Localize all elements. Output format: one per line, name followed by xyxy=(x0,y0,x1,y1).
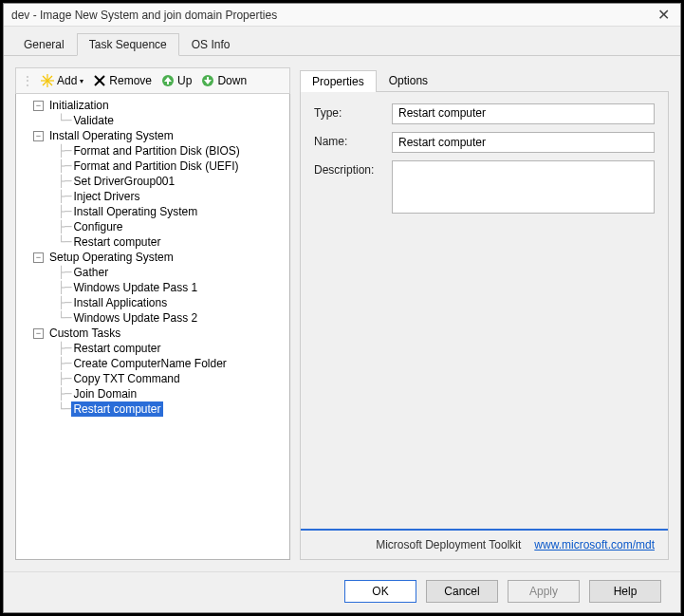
detail-tabs: PropertiesOptions xyxy=(300,69,669,92)
toolbar: ⋮ Add ▾ Remove xyxy=(15,67,290,94)
tree-group[interactable]: −Initialization xyxy=(18,98,287,113)
task-sequence-tree[interactable]: −Initialization└─ Validate−Install Opera… xyxy=(15,94,290,560)
tree-item-label: Restart computer xyxy=(71,341,162,356)
main-tabs: GeneralTask SequenceOS Info xyxy=(4,27,680,56)
remove-icon xyxy=(93,74,106,87)
tree-item-label: Join Domain xyxy=(71,386,139,401)
tree-item-label: Gather xyxy=(71,265,110,280)
ok-button[interactable]: OK xyxy=(344,580,416,603)
cancel-button[interactable]: Cancel xyxy=(426,580,498,603)
left-pane: ⋮ Add ▾ Remove xyxy=(15,67,290,560)
tree-item[interactable]: ├─ Copy TXT Command xyxy=(18,371,287,386)
properties-form: Type: Restart computer Name: Description… xyxy=(301,92,668,225)
main-tab-general[interactable]: General xyxy=(11,33,77,56)
apply-button: Apply xyxy=(508,580,580,603)
tree-item[interactable]: ├─ Restart computer xyxy=(18,341,287,356)
collapse-icon[interactable]: − xyxy=(33,328,44,339)
tree-item-label: Restart computer xyxy=(71,401,162,417)
tree-item[interactable]: ├─ Set DriverGroup001 xyxy=(18,174,287,189)
description-label: Description: xyxy=(314,160,384,177)
tree-item[interactable]: ├─ Gather xyxy=(18,265,287,280)
down-button[interactable]: Down xyxy=(199,72,249,89)
type-label: Type: xyxy=(314,103,384,120)
tree-item-label: Validate xyxy=(71,113,115,128)
right-pane: PropertiesOptions Type: Restart computer… xyxy=(300,67,669,560)
tree-item-label: Restart computer xyxy=(71,234,162,250)
window-title: dev - Image New System and join domain P… xyxy=(11,9,654,22)
tree-item[interactable]: ├─ Configure xyxy=(18,219,287,234)
titlebar: dev - Image New System and join domain P… xyxy=(4,4,680,27)
tree-item-label: Format and Partition Disk (BIOS) xyxy=(71,143,241,159)
add-button[interactable]: Add ▾ xyxy=(39,72,85,89)
tree-item-label: Inject Drivers xyxy=(71,189,141,204)
up-button[interactable]: Up xyxy=(159,72,194,89)
collapse-icon[interactable]: − xyxy=(33,252,44,263)
tree-item[interactable]: └─ Restart computer xyxy=(18,234,287,250)
tree-group-label: Custom Tasks xyxy=(47,326,122,341)
tree-item[interactable]: └─ Windows Update Pass 2 xyxy=(18,310,287,326)
tree-group-label: Initialization xyxy=(47,98,111,113)
tree-item-label: Windows Update Pass 1 xyxy=(71,280,199,295)
tree-group[interactable]: −Setup Operating System xyxy=(18,250,287,265)
tree-item-label: Configure xyxy=(71,219,124,234)
content: ⋮ Add ▾ Remove xyxy=(4,56,680,571)
detail-tab-options[interactable]: Options xyxy=(377,69,440,91)
properties-panel: Type: Restart computer Name: Description… xyxy=(300,92,669,560)
type-field: Restart computer xyxy=(392,103,655,124)
up-icon xyxy=(161,74,175,87)
tree-group[interactable]: −Custom Tasks xyxy=(18,326,287,341)
tree-item-label: Install Operating System xyxy=(71,204,199,219)
tree-item[interactable]: ├─ Create ComputerName Folder xyxy=(18,356,287,371)
dialog-buttons: OK Cancel Apply Help xyxy=(4,571,680,612)
description-field[interactable] xyxy=(392,160,655,214)
add-icon xyxy=(41,74,54,87)
down-icon xyxy=(201,74,214,87)
tree-item[interactable]: ├─ Format and Partition Disk (UEFI) xyxy=(18,159,287,174)
name-label: Name: xyxy=(314,132,384,148)
window: dev - Image New System and join domain P… xyxy=(3,3,681,613)
tree-item-label: Format and Partition Disk (UEFI) xyxy=(71,159,240,174)
tree-item[interactable]: └─ Validate xyxy=(18,113,287,128)
tree-item-label: Windows Update Pass 2 xyxy=(71,310,199,326)
tree-item[interactable]: └─ Restart computer xyxy=(18,401,287,417)
brand-footer: Microsoft Deployment Toolkit www.microso… xyxy=(301,534,668,559)
tree-item-label: Install Applications xyxy=(71,295,169,310)
tree-item-label: Create ComputerName Folder xyxy=(71,356,228,371)
tree-item[interactable]: ├─ Inject Drivers xyxy=(18,189,287,204)
tree-item[interactable]: ├─ Format and Partition Disk (BIOS) xyxy=(18,143,287,159)
collapse-icon[interactable]: − xyxy=(33,131,44,141)
remove-button[interactable]: Remove xyxy=(91,72,154,89)
tree-item-label: Set DriverGroup001 xyxy=(71,174,176,189)
collapse-icon[interactable]: − xyxy=(33,101,44,111)
tree-group-label: Install Operating System xyxy=(47,128,176,143)
tree-item[interactable]: ├─ Install Applications xyxy=(18,295,287,310)
brand-text: Microsoft Deployment Toolkit xyxy=(376,538,521,551)
main-tab-task-sequence[interactable]: Task Sequence xyxy=(77,33,179,56)
name-field[interactable] xyxy=(392,132,655,153)
tree-item[interactable]: ├─ Install Operating System xyxy=(18,204,287,219)
main-tab-os-info[interactable]: OS Info xyxy=(179,33,243,56)
close-icon[interactable]: ✕ xyxy=(654,6,673,25)
tree-item-label: Copy TXT Command xyxy=(71,371,181,386)
brand-separator xyxy=(301,529,668,531)
toolbar-grip-icon: ⋮ xyxy=(22,74,33,87)
help-button[interactable]: Help xyxy=(589,580,661,603)
tree-item[interactable]: ├─ Join Domain xyxy=(18,386,287,401)
tree-item[interactable]: ├─ Windows Update Pass 1 xyxy=(18,280,287,295)
chevron-down-icon: ▾ xyxy=(80,77,83,85)
brand-link[interactable]: www.microsoft.com/mdt xyxy=(534,538,655,551)
tree-group-label: Setup Operating System xyxy=(47,250,176,265)
tree-group[interactable]: −Install Operating System xyxy=(18,128,287,143)
detail-tab-properties[interactable]: Properties xyxy=(300,70,377,92)
